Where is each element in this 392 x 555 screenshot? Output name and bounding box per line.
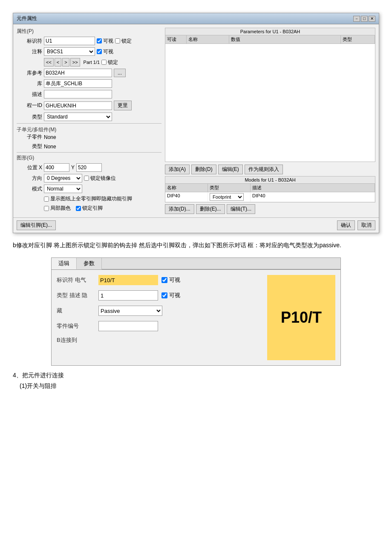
pin-type-visible-checkbox[interactable] bbox=[161, 292, 167, 298]
ref-label: 标识符 bbox=[17, 38, 42, 45]
edit-pins-button[interactable]: 编辑引脚(E)... bbox=[17, 220, 56, 230]
main-dialog: 元件属性 － □ ✕ 属性(P) 标识符 可视 锁定 bbox=[13, 13, 379, 233]
child-part-value: None bbox=[44, 134, 56, 140]
section4-title: 4、把元件进行连接 bbox=[13, 370, 379, 381]
preview-text: P10/T bbox=[281, 309, 322, 327]
description-block: b修改对应引脚 将上图所示锁定引脚前的钩去掉 然后选中引脚双击，弹出如下图所示对… bbox=[13, 240, 379, 251]
footprint-ref-btn[interactable]: ... bbox=[114, 69, 126, 77]
pin-passive-select[interactable]: Passive Input Output Bidirectional bbox=[98, 306, 162, 316]
type-row: 类型 Standard bbox=[17, 113, 161, 121]
type-label: 类型 bbox=[17, 113, 42, 121]
params-edit-btn[interactable]: 编辑(E) bbox=[218, 165, 243, 174]
unique-id-btn[interactable]: 更里 bbox=[114, 101, 132, 110]
part-visible-checkbox[interactable] bbox=[97, 49, 102, 54]
position-section-title: 图形(G) bbox=[17, 154, 161, 162]
subunit-title: 子单元/多组件(M) bbox=[17, 126, 161, 133]
pin-type-label: 类型 描述 隐 bbox=[57, 292, 95, 299]
pos-y-label: Y bbox=[71, 165, 75, 171]
dialog-footer: 编辑引脚(E)... 确认 取消 bbox=[13, 217, 379, 233]
library-input[interactable] bbox=[44, 79, 112, 88]
show-pins-label: 显示图纸上全零引脚即隐藏功能引脚 bbox=[44, 195, 132, 202]
ref-fixed-text: 锁定 bbox=[121, 38, 132, 45]
models-section: Models for U1 - B032AH 名称 类型 描述 DIP40 Fo… bbox=[165, 176, 375, 202]
models-type-select[interactable]: Footprint bbox=[210, 193, 244, 201]
models-col-name: 名称 bbox=[165, 184, 208, 192]
ref-visible-checkbox[interactable] bbox=[97, 38, 102, 43]
position-row: 位置 X Y bbox=[17, 163, 161, 172]
close-button[interactable]: ✕ bbox=[369, 16, 375, 22]
show-pins-text: 显示图纸上全零引脚即隐藏功能引脚 bbox=[50, 195, 132, 202]
lock-pins-checkbox[interactable] bbox=[76, 206, 81, 211]
pin-form: 标识符 电气 可视 类型 描述 隐 可视 藏 Pa bbox=[57, 275, 260, 360]
nav-first-button[interactable]: << bbox=[44, 58, 54, 66]
pin-ref-visible-text: 可视 bbox=[169, 276, 180, 284]
library-row: 库 bbox=[17, 79, 161, 88]
models-edit-btn[interactable]: 编辑(T)... bbox=[227, 204, 255, 214]
type-select[interactable]: Standard bbox=[44, 113, 112, 121]
local-color-label: 局部颜色 bbox=[44, 205, 71, 212]
nav-last-button[interactable]: >> bbox=[70, 58, 80, 66]
ref-visible-text: 可视 bbox=[103, 38, 113, 45]
show-pins-row: 显示图纸上全零引脚即隐藏功能引脚 bbox=[17, 195, 161, 202]
pin-ref-visible-label: 可视 bbox=[161, 276, 180, 284]
pos-x-label: 位置 X bbox=[17, 164, 42, 171]
mode-select[interactable]: Normal bbox=[44, 185, 82, 193]
local-color-checkbox[interactable] bbox=[44, 206, 49, 211]
child-part-row: 子零件 None bbox=[17, 133, 161, 141]
pos-y-input bbox=[76, 163, 102, 172]
nav-next-button[interactable]: > bbox=[62, 58, 69, 66]
cancel-button[interactable]: 取消 bbox=[357, 220, 375, 230]
pin-dialog: 适辑 参数 标识符 电气 可视 类型 描述 隐 可视 bbox=[51, 257, 341, 366]
params-header: Parameters for U1 - B032AH bbox=[165, 28, 375, 35]
pos-x-input[interactable] bbox=[44, 163, 69, 172]
params-section: Parameters for U1 - B032AH 可读 名称 数值 类型 bbox=[165, 28, 375, 162]
part-fixed-checkbox[interactable] bbox=[101, 60, 107, 65]
unique-id-input[interactable] bbox=[44, 101, 112, 110]
mirror-checkbox[interactable] bbox=[84, 176, 89, 181]
params-col-type: 类型 bbox=[341, 35, 375, 43]
params-delete-btn[interactable]: 删除(D) bbox=[191, 165, 216, 174]
right-panel: Parameters for U1 - B032AH 可读 名称 数值 类型 添… bbox=[165, 28, 375, 214]
ok-button[interactable]: 确认 bbox=[337, 220, 355, 230]
part-select[interactable]: B9CS1 bbox=[44, 47, 95, 56]
description-row: 描述 bbox=[17, 90, 161, 98]
part-row: 注释 B9CS1 可视 bbox=[17, 47, 161, 56]
minimize-button[interactable]: － bbox=[353, 16, 360, 22]
mirror-text: 锁定镜像位 bbox=[90, 175, 116, 182]
models-cell-name: DIP40 bbox=[165, 192, 208, 202]
maximize-button[interactable]: □ bbox=[361, 16, 368, 22]
tab-params[interactable]: 参数 bbox=[77, 258, 102, 269]
pin-partnumber-input[interactable] bbox=[98, 321, 158, 331]
footprint-ref-input[interactable] bbox=[44, 69, 112, 77]
pin-connect-row: B连接到 bbox=[57, 336, 260, 344]
orientation-row: 方向 0 Degrees 锁定镜像位 bbox=[17, 174, 161, 182]
models-remove-btn[interactable]: 删除(E)... bbox=[196, 204, 225, 214]
unique-id-label: 程一ID bbox=[17, 102, 42, 109]
params-rule-btn[interactable]: 作为规则添入 bbox=[245, 165, 283, 174]
models-col-type: 类型 bbox=[208, 184, 251, 192]
pin-dialog-content: 标识符 电气 可视 类型 描述 隐 可视 藏 Pa bbox=[52, 270, 340, 365]
models-add-btn[interactable]: 添加(D)... bbox=[165, 204, 194, 214]
pin-dialog-tabs: 适辑 参数 bbox=[52, 258, 340, 270]
lock-pins-text: 锁定引脚 bbox=[82, 205, 103, 212]
ref-fixed-checkbox[interactable] bbox=[115, 38, 120, 43]
pin-ref-visible-checkbox[interactable] bbox=[161, 277, 167, 283]
description-input[interactable] bbox=[44, 90, 112, 98]
pin-type-visible-text: 可视 bbox=[169, 292, 180, 299]
child-part-label: 子零件 bbox=[17, 133, 42, 141]
pin-type-input[interactable] bbox=[98, 290, 158, 301]
left-panel: 属性(P) 标识符 可视 锁定 注释 B9CS1 bbox=[17, 28, 161, 214]
tab-edit[interactable]: 适辑 bbox=[52, 258, 77, 269]
part-fixed-text: 锁定 bbox=[108, 59, 118, 66]
ref-input[interactable] bbox=[44, 37, 95, 45]
models-cell-desc: DIP40 bbox=[251, 192, 375, 202]
local-color-row: 局部颜色 锁定引脚 bbox=[17, 205, 161, 212]
params-add-btn[interactable]: 添加(A) bbox=[165, 165, 190, 174]
nav-prev-button[interactable]: < bbox=[55, 58, 61, 66]
library-label: 库 bbox=[17, 80, 42, 87]
nav-buttons: << < > >> bbox=[44, 58, 80, 66]
subunit-type-row: 类型 None bbox=[17, 143, 161, 150]
show-pins-checkbox[interactable] bbox=[44, 197, 49, 202]
pin-ref-input[interactable] bbox=[98, 275, 158, 285]
orient-select[interactable]: 0 Degrees bbox=[44, 174, 82, 182]
